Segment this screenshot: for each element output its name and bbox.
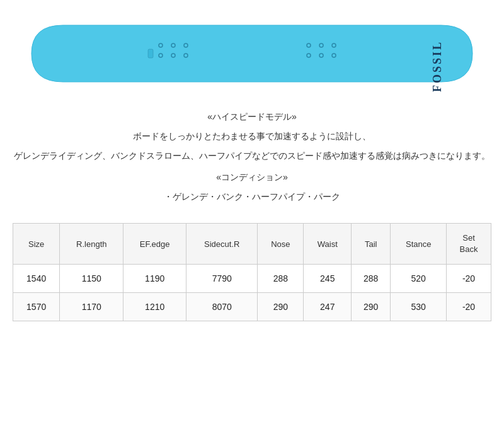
col-size: Size (13, 223, 60, 264)
col-nose: Nose (258, 223, 304, 264)
svg-point-9 (307, 54, 311, 57)
col-tail: Tail (352, 223, 391, 264)
table-cell: 8070 (186, 293, 258, 321)
svg-rect-12 (148, 49, 153, 58)
table-row: 1570117012108070290247290530-20 (13, 293, 491, 321)
col-sidecutr: Sidecut.R (186, 223, 258, 264)
table-cell: 288 (352, 265, 391, 293)
table-cell: 1540 (13, 265, 60, 293)
board-container: FOSSIL (0, 0, 504, 101)
svg-point-11 (332, 54, 336, 57)
col-stance: Stance (391, 223, 447, 264)
col-efedge: EF.edge (123, 223, 186, 264)
svg-point-5 (184, 54, 188, 57)
svg-point-1 (171, 43, 175, 47)
table-cell: -20 (447, 265, 491, 293)
svg-point-3 (159, 54, 163, 57)
condition-label: «コンディション» (13, 168, 491, 187)
specs-table: Size R.length EF.edge Sidecut.R Nose Wai… (13, 223, 491, 321)
svg-point-7 (319, 43, 323, 47)
specs-table-section: Size R.length EF.edge Sidecut.R Nose Wai… (0, 213, 504, 334)
table-row: 1540115011907790288245288520-20 (13, 265, 491, 293)
subtitle: «ハイスピードモデル» (13, 107, 491, 127)
table-cell: 530 (391, 293, 447, 321)
svg-point-4 (171, 54, 175, 57)
svg-point-10 (319, 54, 323, 57)
line2: ゲレンデライディング、バンクドスラローム、ハーフパイプなどでのスピード感や加速す… (13, 146, 491, 166)
svg-point-0 (159, 43, 163, 47)
table-cell: 247 (304, 293, 352, 321)
svg-point-8 (332, 43, 336, 47)
table-cell: 1210 (123, 293, 186, 321)
condition-items: ・ゲレンデ・バンク・ハーフパイプ・パーク (13, 187, 491, 207)
description-section: «ハイスピードモデル» ボードをしっかりとたわませる事で加速するように設計し、 … (0, 101, 504, 213)
svg-text:FOSSIL: FOSSIL (431, 40, 444, 92)
table-cell: 290 (258, 293, 304, 321)
svg-point-2 (184, 43, 188, 47)
col-waist: Waist (304, 223, 352, 264)
table-cell: 245 (304, 265, 352, 293)
board-image: FOSSIL (25, 13, 479, 94)
table-cell: 7790 (186, 265, 258, 293)
table-cell: 1190 (123, 265, 186, 293)
table-cell: 1150 (60, 265, 123, 293)
table-cell: 1170 (60, 293, 123, 321)
table-cell: 520 (391, 265, 447, 293)
table-header-row: Size R.length EF.edge Sidecut.R Nose Wai… (13, 223, 491, 264)
line1: ボードをしっかりとたわませる事で加速するように設計し、 (13, 127, 491, 146)
table-cell: 288 (258, 265, 304, 293)
table-cell: 1570 (13, 293, 60, 321)
col-setback: SetBack (447, 223, 491, 264)
col-rlength: R.length (60, 223, 123, 264)
table-cell: 290 (352, 293, 391, 321)
svg-point-6 (307, 43, 311, 47)
table-cell: -20 (447, 293, 491, 321)
